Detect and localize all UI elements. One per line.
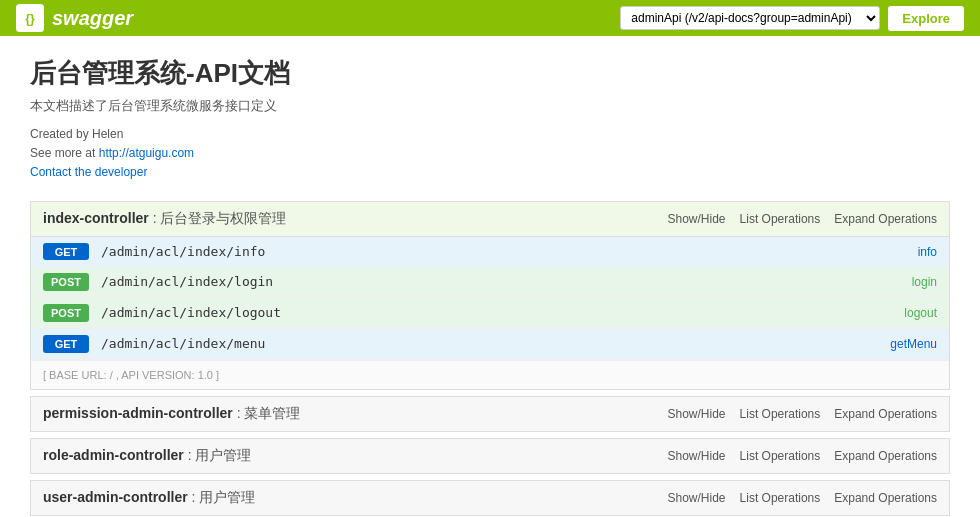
show-hide-link-1[interactable]: Show/Hide [668, 407, 726, 421]
role-controller-name: role-admin-controller : 用户管理 [43, 447, 251, 465]
api-path-logout: /admin/acl/index/logout [101, 305, 892, 320]
api-path-menu: /admin/acl/index/menu [101, 336, 878, 351]
list-ops-link-2[interactable]: List Operations [740, 449, 821, 463]
logo-container: {} swagger [16, 4, 133, 32]
api-selector[interactable]: adminApi (/v2/api-docs?group=adminApi) [620, 6, 880, 30]
method-badge-post-logout: POST [43, 304, 89, 322]
expand-ops-link-3[interactable]: Expand Operations [834, 491, 937, 505]
api-label-info: info [918, 245, 937, 258]
created-by-text: Created by Helen [30, 127, 123, 141]
role-controller-section: role-admin-controller : 用户管理 Show/Hide L… [30, 438, 950, 474]
see-more-link[interactable]: http://atguigu.com [99, 146, 194, 160]
index-controller-header[interactable]: index-controller : 后台登录与权限管理 Show/Hide L… [31, 202, 949, 237]
contact-link[interactable]: Contact the developer [30, 165, 147, 179]
method-badge-get-menu: GET [43, 335, 89, 353]
expand-ops-link-1[interactable]: Expand Operations [834, 407, 937, 421]
expand-ops-link-2[interactable]: Expand Operations [834, 449, 937, 463]
expand-ops-link-0[interactable]: Expand Operations [834, 212, 937, 226]
role-controller-header[interactable]: role-admin-controller : 用户管理 Show/Hide L… [31, 439, 949, 473]
method-badge-get-info: GET [43, 243, 89, 260]
method-badge-post-login: POST [43, 273, 89, 291]
page-meta-created: Created by Helen See more at http://atgu… [30, 125, 950, 183]
swagger-icon: {} [16, 4, 44, 32]
list-ops-link-1[interactable]: List Operations [740, 407, 821, 421]
explore-button[interactable]: Explore [888, 6, 964, 31]
svg-text:{}: {} [25, 12, 35, 26]
list-ops-link-0[interactable]: List Operations [740, 212, 821, 226]
page-description: 本文档描述了后台管理系统微服务接口定义 [30, 97, 950, 115]
user-controller-actions: Show/Hide List Operations Expand Operati… [668, 491, 937, 505]
main-content: 后台管理系统-API文档 本文档描述了后台管理系统微服务接口定义 Created… [0, 36, 980, 517]
permission-controller-actions: Show/Hide List Operations Expand Operati… [668, 407, 937, 421]
show-hide-link-3[interactable]: Show/Hide [668, 491, 726, 505]
user-controller-section: user-admin-controller : 用户管理 Show/Hide L… [30, 480, 950, 516]
table-row[interactable]: GET /admin/acl/index/info info [31, 237, 949, 267]
user-controller-name: user-admin-controller : 用户管理 [43, 489, 255, 507]
permission-controller-header[interactable]: permission-admin-controller : 菜单管理 Show/… [31, 397, 949, 431]
see-more-text: See more at [30, 146, 99, 160]
api-label-logout: logout [904, 306, 937, 320]
table-row[interactable]: POST /admin/acl/index/logout logout [31, 298, 949, 329]
index-controller-section: index-controller : 后台登录与权限管理 Show/Hide L… [30, 201, 950, 390]
api-path-info: /admin/acl/index/info [101, 244, 906, 258]
header-right: adminApi (/v2/api-docs?group=adminApi) E… [620, 6, 964, 31]
show-hide-link-2[interactable]: Show/Hide [668, 449, 726, 463]
api-label-menu: getMenu [890, 337, 937, 351]
show-hide-link-0[interactable]: Show/Hide [668, 212, 726, 226]
page-title: 后台管理系统-API文档 [30, 56, 950, 91]
base-url: [ BASE URL: / , API VERSION: 1.0 ] [31, 360, 949, 389]
swagger-title: swagger [52, 7, 133, 30]
index-controller-actions: Show/Hide List Operations Expand Operati… [668, 212, 937, 226]
list-ops-link-3[interactable]: List Operations [740, 491, 821, 505]
index-controller-name: index-controller : 后台登录与权限管理 [43, 210, 286, 228]
role-controller-actions: Show/Hide List Operations Expand Operati… [668, 449, 937, 463]
permission-controller-name: permission-admin-controller : 菜单管理 [43, 405, 300, 423]
user-controller-header[interactable]: user-admin-controller : 用户管理 Show/Hide L… [31, 481, 949, 515]
api-label-login: login [912, 275, 937, 289]
app-header: {} swagger adminApi (/v2/api-docs?group=… [0, 0, 980, 36]
table-row[interactable]: GET /admin/acl/index/menu getMenu [31, 329, 949, 360]
table-row[interactable]: POST /admin/acl/index/login login [31, 267, 949, 298]
permission-controller-section: permission-admin-controller : 菜单管理 Show/… [30, 396, 950, 432]
api-path-login: /admin/acl/index/login [101, 274, 900, 289]
